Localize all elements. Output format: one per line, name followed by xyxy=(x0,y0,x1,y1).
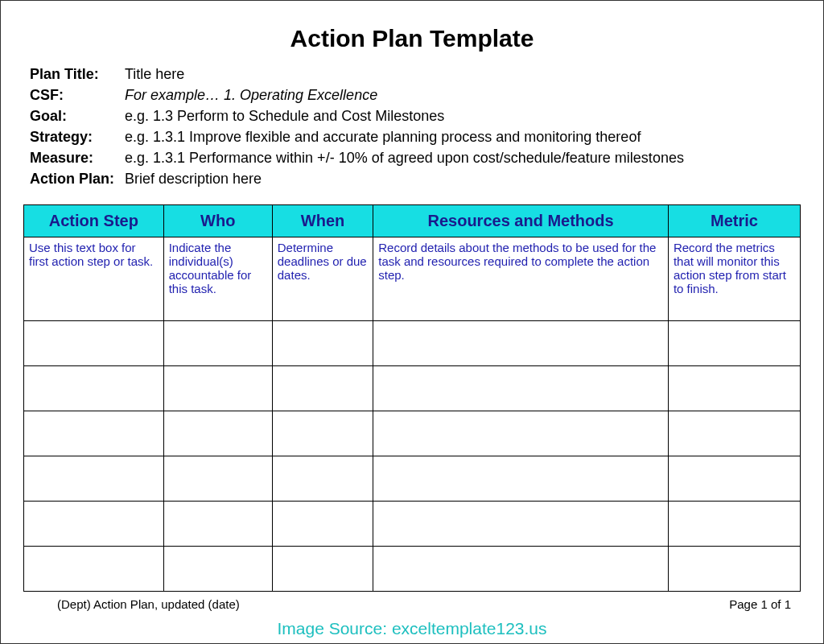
meta-value: Brief description here xyxy=(125,168,262,189)
cell[interactable] xyxy=(373,365,669,411)
table-header-row: Action Step Who When Resources and Metho… xyxy=(24,204,801,237)
document-page: Action Plan Template Plan Title: Title h… xyxy=(0,0,824,644)
meta-strategy: Strategy: e.g. 1.3.1 Improve flexible an… xyxy=(30,126,801,147)
cell[interactable] xyxy=(163,411,272,456)
cell[interactable] xyxy=(668,546,800,591)
meta-action-plan: Action Plan: Brief description here xyxy=(30,168,801,189)
cell[interactable] xyxy=(163,365,272,411)
header-metric: Metric xyxy=(668,204,800,237)
meta-value: e.g. 1.3 Perform to Schedule and Cost Mi… xyxy=(125,105,444,126)
meta-goal: Goal: e.g. 1.3 Perform to Schedule and C… xyxy=(30,105,801,126)
table-hint-row: Use this text box for first action step … xyxy=(24,237,801,320)
action-table: Action Step Who When Resources and Metho… xyxy=(23,204,801,592)
cell[interactable] xyxy=(24,365,164,411)
table-row xyxy=(24,411,801,456)
cell[interactable] xyxy=(24,456,164,501)
hint-action-step: Use this text box for first action step … xyxy=(24,237,164,320)
cell[interactable] xyxy=(24,546,164,591)
meta-measure: Measure: e.g. 1.3.1 Performance within +… xyxy=(30,147,801,168)
cell[interactable] xyxy=(24,411,164,456)
cell[interactable] xyxy=(373,501,669,546)
header-resources: Resources and Methods xyxy=(373,204,669,237)
cell[interactable] xyxy=(272,320,373,365)
meta-block: Plan Title: Title here CSF: For example…… xyxy=(30,64,801,190)
cell[interactable] xyxy=(24,320,164,365)
meta-label: Plan Title: xyxy=(30,64,125,85)
cell[interactable] xyxy=(163,546,272,591)
table-row xyxy=(24,501,801,546)
cell[interactable] xyxy=(163,501,272,546)
cell[interactable] xyxy=(272,365,373,411)
cell[interactable] xyxy=(24,501,164,546)
hint-when: Determine deadlines or due dates. xyxy=(272,237,373,320)
cell[interactable] xyxy=(373,546,669,591)
meta-value: e.g. 1.3.1 Performance within +/- 10% of… xyxy=(125,147,684,168)
cell[interactable] xyxy=(373,411,669,456)
footer-right: Page 1 of 1 xyxy=(729,597,791,611)
cell[interactable] xyxy=(373,320,669,365)
cell[interactable] xyxy=(272,456,373,501)
table-row xyxy=(24,320,801,365)
hint-metric: Record the metrics that will monitor thi… xyxy=(668,237,800,320)
meta-label: Action Plan: xyxy=(30,168,125,189)
meta-label: Measure: xyxy=(30,147,125,168)
hint-who: Indicate the individual(s) accountable f… xyxy=(163,237,272,320)
cell[interactable] xyxy=(272,411,373,456)
meta-csf: CSF: For example… 1. Operating Excellenc… xyxy=(30,85,801,105)
meta-label: Strategy: xyxy=(30,126,125,147)
table-row xyxy=(24,365,801,411)
cell[interactable] xyxy=(163,320,272,365)
table-row xyxy=(24,456,801,501)
cell[interactable] xyxy=(668,320,800,365)
cell[interactable] xyxy=(272,546,373,591)
cell[interactable] xyxy=(272,501,373,546)
meta-label: CSF: xyxy=(30,85,125,105)
meta-value: e.g. 1.3.1 Improve flexible and accurate… xyxy=(125,126,641,147)
meta-value: Title here xyxy=(125,64,184,85)
footer-left: (Dept) Action Plan, updated (date) xyxy=(57,597,240,611)
cell[interactable] xyxy=(668,411,800,456)
cell[interactable] xyxy=(668,501,800,546)
cell[interactable] xyxy=(668,456,800,501)
hint-resources: Record details about the methods to be u… xyxy=(373,237,669,320)
header-when: When xyxy=(272,204,373,237)
meta-plan-title: Plan Title: Title here xyxy=(30,64,801,85)
header-action-step: Action Step xyxy=(24,204,164,237)
table-row xyxy=(24,546,801,591)
page-footer: (Dept) Action Plan, updated (date) Page … xyxy=(57,597,791,611)
image-source-caption: Image Source: exceltemplate123.us xyxy=(1,619,823,638)
cell[interactable] xyxy=(163,456,272,501)
document-title: Action Plan Template xyxy=(23,25,801,52)
meta-value: For example… 1. Operating Excellence xyxy=(125,85,377,105)
cell[interactable] xyxy=(373,456,669,501)
header-who: Who xyxy=(163,204,272,237)
meta-label: Goal: xyxy=(30,105,125,126)
cell[interactable] xyxy=(668,365,800,411)
